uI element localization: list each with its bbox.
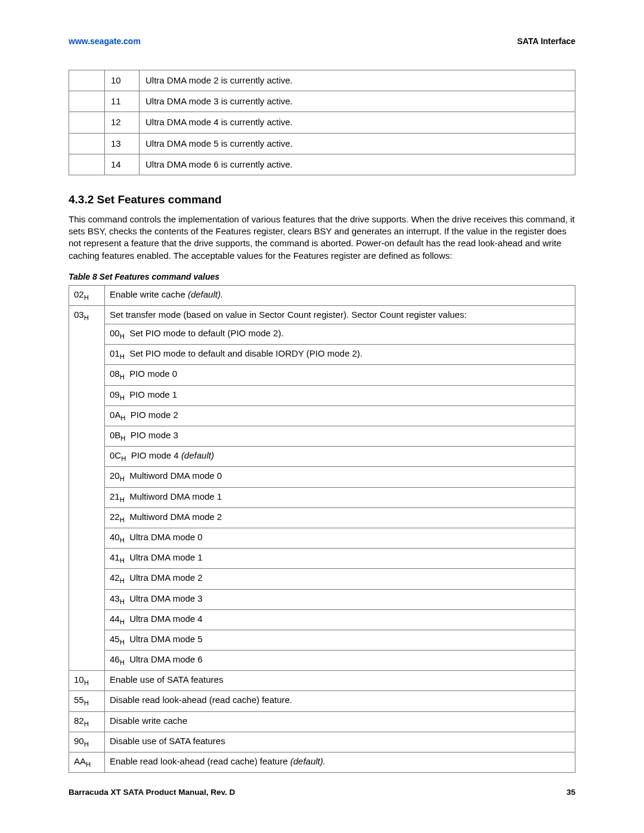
table-row: 41H Ultra DMA mode 1 xyxy=(69,549,575,569)
table-row: 46H Ultra DMA mode 6 xyxy=(69,651,575,671)
table-row: 0AH PIO mode 2 xyxy=(69,405,575,426)
desc-cell: 00H Set PIO mode to default (PIO mode 2)… xyxy=(105,324,575,345)
table-row: 10 Ultra DMA mode 2 is currently active. xyxy=(69,70,575,91)
desc-cell: 43H Ultra DMA mode 3 xyxy=(105,589,575,609)
desc-cell: Enable use of SATA features xyxy=(105,671,575,691)
desc-cell: Ultra DMA mode 6 is currently active. xyxy=(140,154,575,175)
page-header: www.seagate.com SATA Interface xyxy=(69,36,575,47)
code-cell: 10H xyxy=(69,671,105,691)
bit-cell: 11 xyxy=(105,91,140,112)
table-row: 13 Ultra DMA mode 5 is currently active. xyxy=(69,133,575,154)
code-cell: AAH xyxy=(69,753,105,773)
desc-cell: 40H Ultra DMA mode 0 xyxy=(105,528,575,548)
desc-cell: 44H Ultra DMA mode 4 xyxy=(105,609,575,630)
page-footer: Barracuda XT SATA Product Manual, Rev. D… xyxy=(69,787,575,798)
code-cell: 90H xyxy=(69,732,105,752)
desc-cell: 0CH PIO mode 4 (default) xyxy=(105,447,575,467)
table-row: 14 Ultra DMA mode 6 is currently active. xyxy=(69,154,575,175)
dma-modes-table: 10 Ultra DMA mode 2 is currently active.… xyxy=(69,70,575,175)
table-row: 45H Ultra DMA mode 5 xyxy=(69,630,575,650)
table-row: 55H Disable read look-ahead (read cache)… xyxy=(69,691,575,711)
table-row: 44H Ultra DMA mode 4 xyxy=(69,609,575,630)
table-row: 90H Disable use of SATA features xyxy=(69,732,575,752)
bit-cell: 10 xyxy=(105,70,140,91)
table-row: 09H PIO mode 1 xyxy=(69,385,575,405)
desc-cell: 20H Multiword DMA mode 0 xyxy=(105,467,575,487)
header-section: SATA Interface xyxy=(517,36,575,47)
table-row: 42H Ultra DMA mode 2 xyxy=(69,569,575,589)
code-cell: 55H xyxy=(69,691,105,711)
desc-cell: 41H Ultra DMA mode 1 xyxy=(105,549,575,569)
desc-cell: Ultra DMA mode 4 is currently active. xyxy=(140,112,575,133)
bit-cell: 14 xyxy=(105,154,140,175)
desc-cell: Ultra DMA mode 2 is currently active. xyxy=(140,70,575,91)
code-cell: 82H xyxy=(69,711,105,732)
desc-cell: Disable read look-ahead (read cache) fea… xyxy=(105,691,575,711)
table-row: 01H Set PIO mode to default and disable … xyxy=(69,345,575,365)
bit-cell: 12 xyxy=(105,112,140,133)
desc-cell: Enable read look-ahead (read cache) feat… xyxy=(105,753,575,773)
table-row: 82H Disable write cache xyxy=(69,711,575,732)
table-row: 11 Ultra DMA mode 3 is currently active. xyxy=(69,91,575,112)
table-row: 03H Set transfer mode (based on value in… xyxy=(69,305,575,324)
table-row: 08H PIO mode 0 xyxy=(69,365,575,385)
table-row: 10H Enable use of SATA features xyxy=(69,671,575,691)
desc-cell: Ultra DMA mode 3 is currently active. xyxy=(140,91,575,112)
table-row: 22H Multiword DMA mode 2 xyxy=(69,507,575,528)
code-cell: 03H xyxy=(69,305,105,670)
table-row: 12 Ultra DMA mode 4 is currently active. xyxy=(69,112,575,133)
desc-cell: 01H Set PIO mode to default and disable … xyxy=(105,345,575,365)
section-paragraph: This command controls the implementation… xyxy=(69,213,575,262)
desc-cell: Disable write cache xyxy=(105,711,575,732)
header-url[interactable]: www.seagate.com xyxy=(69,36,141,47)
set-features-table: 02H Enable write cache (default). 03H Se… xyxy=(69,285,575,773)
section-heading: 4.3.2 Set Features command xyxy=(69,192,575,208)
code-cell: 02H xyxy=(69,285,105,305)
table-row: 43H Ultra DMA mode 3 xyxy=(69,589,575,609)
table-row: 0CH PIO mode 4 (default) xyxy=(69,447,575,467)
desc-cell: Disable use of SATA features xyxy=(105,732,575,752)
desc-cell: 42H Ultra DMA mode 2 xyxy=(105,569,575,589)
table-row: 0BH PIO mode 3 xyxy=(69,426,575,447)
footer-page-number: 35 xyxy=(566,787,575,798)
desc-cell: 0AH PIO mode 2 xyxy=(105,405,575,426)
desc-cell: Enable write cache (default). xyxy=(105,285,575,305)
table-row: 20H Multiword DMA mode 0 xyxy=(69,467,575,487)
desc-cell: 46H Ultra DMA mode 6 xyxy=(105,651,575,671)
footer-manual-name: Barracuda XT SATA Product Manual, Rev. D xyxy=(69,787,235,798)
table-row: 02H Enable write cache (default). xyxy=(69,285,575,305)
desc-cell: 08H PIO mode 0 xyxy=(105,365,575,385)
desc-cell: 09H PIO mode 1 xyxy=(105,385,575,405)
table-row: 21H Multiword DMA mode 1 xyxy=(69,487,575,507)
table-row: 40H Ultra DMA mode 0 xyxy=(69,528,575,548)
desc-cell: 45H Ultra DMA mode 5 xyxy=(105,630,575,650)
bit-cell: 13 xyxy=(105,133,140,154)
table-row: 00H Set PIO mode to default (PIO mode 2)… xyxy=(69,324,575,345)
desc-cell: Ultra DMA mode 5 is currently active. xyxy=(140,133,575,154)
table-row: AAH Enable read look-ahead (read cache) … xyxy=(69,753,575,773)
desc-cell: Set transfer mode (based on value in Sec… xyxy=(105,305,575,324)
desc-cell: 22H Multiword DMA mode 2 xyxy=(105,507,575,528)
desc-cell: 0BH PIO mode 3 xyxy=(105,426,575,447)
desc-cell: 21H Multiword DMA mode 1 xyxy=(105,487,575,507)
table-caption: Table 8 Set Features command values xyxy=(69,271,575,283)
